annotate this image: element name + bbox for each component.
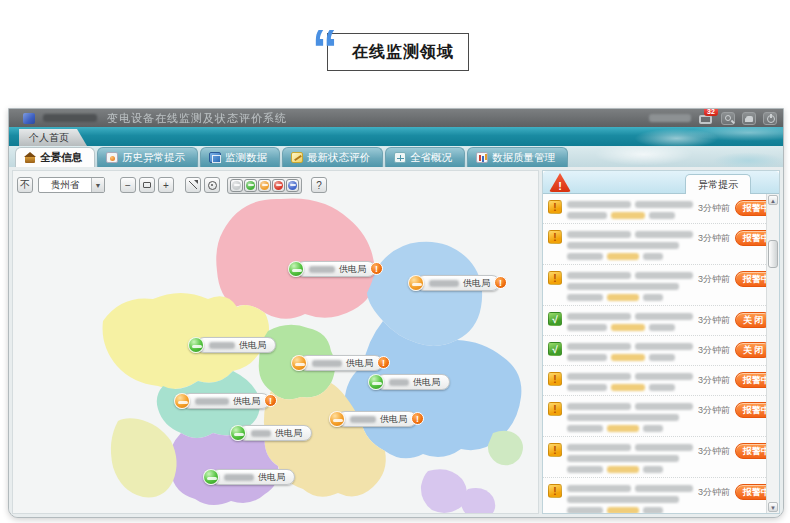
search-icon[interactable] [721,112,735,125]
station-name-blurred [309,266,335,273]
station-pill: 供电局 [238,425,312,441]
map-panel: 不 贵州省 ▼ − + ? [12,170,539,514]
alert-text-blurred [567,483,693,513]
warning-status-icon: ! [548,484,562,498]
alert-item[interactable]: !3分钟前报警中 [543,366,766,396]
help-button[interactable]: ? [311,177,327,193]
scroll-up-icon[interactable]: ▲ [768,195,778,205]
alarming-button[interactable]: 报警中 [735,443,766,459]
warning-triangle-icon [549,173,571,192]
blur-bar-highlight [611,354,645,361]
notification-monitor-icon[interactable]: 32 [698,111,714,125]
station-name-blurred [350,416,376,423]
alert-text-line [567,425,693,432]
blur-bar [643,294,663,301]
warning-status-icon: ! [548,200,562,214]
alert-text-line [567,201,693,208]
close-button[interactable]: 关 闭 [735,342,766,358]
ok-status-icon: √ [548,312,562,326]
map-canvas[interactable]: 供电局!供电局!供电局供电局!供电局供电局!供电局!供电局供电局 [13,171,538,513]
alert-text-blurred [567,199,693,219]
alert-item[interactable]: √3分钟前关 闭 [543,336,766,366]
station-name-blurred [429,280,459,287]
alarming-button[interactable]: 报警中 [735,200,766,216]
alarm-count-badge: ! [494,276,507,289]
tab-2[interactable]: 监测数据 [200,147,280,167]
status-filter-blue-button[interactable] [286,179,299,192]
alert-text-line [567,231,693,238]
alarming-button[interactable]: 报警中 [735,372,766,388]
monitor-icon [699,115,712,124]
scroll-down-icon[interactable]: ▼ [768,502,778,512]
status-filter-green-button[interactable] [244,179,257,192]
alarming-button[interactable]: 报警中 [735,230,766,246]
station-pill: 供电局 [416,275,500,291]
zoom-fit-button[interactable] [139,177,155,193]
legend-toggle-button[interactable]: 不 [17,177,33,193]
alert-tab[interactable]: 异常提示 [685,174,751,194]
locate-button[interactable] [204,177,220,193]
alarming-button[interactable]: 报警中 [735,271,766,287]
alert-item[interactable]: !3分钟前报警中 [543,265,766,306]
alert-text-line [567,313,693,320]
station-pill: 供电局 [299,355,383,371]
alarming-button[interactable]: 报警中 [735,484,766,500]
fullscreen-button[interactable] [185,177,201,193]
tab-4[interactable]: 全省概况 [385,147,465,167]
pan-hand-icon[interactable] [742,112,756,125]
tab-5[interactable]: 数据质量管理 [467,147,568,167]
scrollbar-thumb[interactable] [768,240,778,268]
alert-item[interactable]: !3分钟前报警中 [543,224,766,265]
orange-dot-icon [260,181,269,190]
status-filter-orange-button[interactable] [258,179,271,192]
blur-bar [649,212,675,219]
station-suffix: 供电局 [463,277,490,290]
alarm-count-badge: ! [370,262,383,275]
alert-scrollbar[interactable]: ▲ ▼ [766,194,779,513]
tab-1[interactable]: 历史异常提示 [97,147,198,167]
blur-bar [567,231,631,238]
blur-bar [635,201,693,208]
status-filter-gray-button[interactable] [230,179,243,192]
orange-status-ball-icon [329,411,345,427]
warning-status-icon: ! [548,443,562,457]
alert-item[interactable]: √3分钟前关 闭 [543,306,766,336]
alert-item[interactable]: !3分钟前报警中 [543,194,766,224]
blur-bar-highlight [607,507,639,513]
zoom-out-button[interactable]: − [120,177,136,193]
tab-0[interactable]: 全景信息 [15,147,95,167]
alarming-button[interactable]: 报警中 [735,402,766,418]
tab-icon-0 [24,152,36,163]
orange-status-ball-icon [291,355,307,371]
region-select[interactable]: 贵州省 ▼ [38,177,105,193]
blur-bar [649,324,675,331]
alert-text-line [567,444,693,451]
blur-bar [635,373,693,380]
close-button[interactable]: 关 闭 [735,312,766,328]
app-logo-icon [23,113,35,124]
chevron-down-icon[interactable]: ▼ [91,178,104,192]
alert-text-blurred [567,270,693,301]
blur-bar [567,373,631,380]
region-bottomleft-pale [111,418,177,497]
power-icon[interactable] [763,112,777,125]
blur-bar [567,343,631,350]
status-filter-red-button[interactable] [272,179,285,192]
alert-text-line [567,507,693,513]
blur-bar [567,403,631,410]
alert-item[interactable]: !3分钟前报警中 [543,478,766,513]
zoom-in-button[interactable]: + [158,177,174,193]
home-tab[interactable]: 个人首页 [19,129,87,146]
station-suffix: 供电局 [346,357,373,370]
alert-item[interactable]: !3分钟前报警中 [543,396,766,437]
region-right-green-patch [488,431,523,466]
blur-bar [567,354,607,361]
blur-bar [649,354,675,361]
ok-status-icon: √ [548,342,562,356]
tab-3[interactable]: 最新状态评价 [282,147,383,167]
blue-dot-icon [288,181,297,190]
blur-bar [635,343,693,350]
alert-panel: 异常提示 !3分钟前报警中!3分钟前报警中!3分钟前报警中√3分钟前关 闭√3分… [542,170,780,514]
alert-item[interactable]: !3分钟前报警中 [543,437,766,478]
station-suffix: 供电局 [239,339,266,352]
